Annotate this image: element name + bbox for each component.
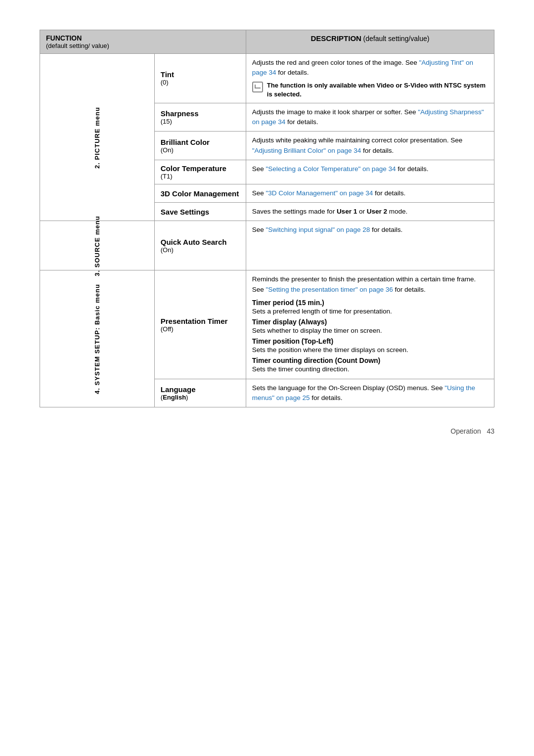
page-container: FUNCTION (default setting/ value) DESCRI… xyxy=(40,30,494,435)
3d-color-link[interactable]: "3D Color Management" on page 34 xyxy=(266,189,373,197)
timer-period-block: Timer period (15 min.) Sets a preferred … xyxy=(252,299,488,315)
quick-auto-search-name: Quick Auto Search xyxy=(161,238,240,246)
timer-display-text: Sets whether to display the timer on scr… xyxy=(252,327,488,334)
presentation-timer-default: (Off) xyxy=(161,325,240,333)
tint-name: Tint xyxy=(161,70,240,79)
color-temp-name: Color Temperature xyxy=(161,164,240,173)
presentation-timer-description-cell: Reminds the presenter to finish the pres… xyxy=(246,270,494,379)
page-footer: Operation 43 xyxy=(40,427,494,435)
tint-note-text: The function is only available when Vide… xyxy=(267,81,488,99)
timer-position-text: Sets the position where the timer displa… xyxy=(252,346,488,354)
timer-period-text: Sets a preferred length of time for pres… xyxy=(252,308,488,315)
source-menu-label-cell: 3. SOURCE menu xyxy=(40,221,155,270)
tint-description: Adjusts the red and green color tones of… xyxy=(252,58,488,78)
3d-color-description-cell: See "3D Color Management" on page 34 for… xyxy=(246,184,494,202)
color-temp-link[interactable]: "Selecting a Color Temperature" on page … xyxy=(266,165,396,173)
sharpness-default: (15) xyxy=(161,118,240,125)
brilliant-color-description-cell: Adjusts white peaking while maintaining … xyxy=(246,132,494,160)
language-default: (English) xyxy=(161,394,240,401)
sharpness-description-cell: Adjusts the image to make it look sharpe… xyxy=(246,103,494,132)
save-settings-description-cell: Saves the settings made for User 1 or Us… xyxy=(246,203,494,221)
brilliant-color-default: (On) xyxy=(161,146,240,154)
source-menu-label: 3. SOURCE menu xyxy=(93,216,101,276)
language-description: Sets the language for the On-Screen Disp… xyxy=(252,383,488,403)
tint-note-box: The function is only available when Vide… xyxy=(252,81,488,99)
header-description-sublabel: (default setting/value) xyxy=(363,35,430,43)
header-description-label: DESCRIPTION xyxy=(311,34,361,43)
3d-color-description: See "3D Color Management" on page 34 for… xyxy=(252,188,488,198)
tint-default: (0) xyxy=(161,79,240,86)
tint-description-cell: Adjusts the red and green color tones of… xyxy=(246,54,494,103)
3d-color-function-cell: 3D Color Management xyxy=(154,184,246,202)
timer-counting-heading: Timer counting direction (Count Down) xyxy=(252,356,488,364)
color-temp-function-cell: Color Temperature (T1) xyxy=(154,160,246,184)
quick-auto-search-description: See "Switching input signal" on page 28 … xyxy=(252,225,488,235)
brilliant-color-function-cell: Brilliant Color (On) xyxy=(154,132,246,160)
note-icon xyxy=(252,82,263,92)
picture-menu-label-cell: 2. PICTURE menu xyxy=(40,54,155,221)
save-settings-description: Saves the settings made for User 1 or Us… xyxy=(252,207,488,217)
quick-auto-search-description-cell: See "Switching input signal" on page 28 … xyxy=(246,221,494,270)
quick-auto-search-default: (On) xyxy=(161,246,240,254)
color-temp-default: (T1) xyxy=(161,173,240,180)
sharpness-function-cell: Sharpness (15) xyxy=(154,103,246,132)
sharpness-link[interactable]: "Adjusting Sharpness" on page 34 xyxy=(252,108,484,126)
system-menu-label: 4. SYSTEM SETUP: Basic menu xyxy=(93,284,101,394)
timer-position-heading: Timer position (Top-Left) xyxy=(252,337,488,345)
presentation-timer-intro: Reminds the presenter to finish the pres… xyxy=(252,274,488,295)
language-function-cell: Language (English) xyxy=(154,379,246,407)
language-link[interactable]: "Using the menus" on page 25 xyxy=(252,384,475,401)
language-description-cell: Sets the language for the On-Screen Disp… xyxy=(246,379,494,407)
timer-period-heading: Timer period (15 min.) xyxy=(252,299,488,307)
system-menu-label-cell: 4. SYSTEM SETUP: Basic menu xyxy=(40,270,155,407)
tint-link[interactable]: "Adjusting Tint" on page 34 xyxy=(252,59,473,76)
timer-display-heading: Timer display (Always) xyxy=(252,318,488,326)
footer-page-number: 43 xyxy=(487,427,494,435)
main-table: FUNCTION (default setting/ value) DESCRI… xyxy=(40,30,494,407)
presentation-timer-function-cell: Presentation Timer (Off) xyxy=(154,270,246,379)
brilliant-color-link[interactable]: "Adjusting Brilliant Color" on page 34 xyxy=(252,147,361,154)
table-row: 3. SOURCE menu Quick Auto Search (On) Se… xyxy=(40,221,494,270)
quick-auto-search-function-cell: Quick Auto Search (On) xyxy=(154,221,246,270)
language-name: Language xyxy=(161,385,240,394)
sharpness-name: Sharpness xyxy=(161,109,240,118)
save-settings-name: Save Settings xyxy=(161,208,240,216)
presentation-timer-link[interactable]: "Setting the presentation timer" on page… xyxy=(266,286,393,293)
color-temp-description-cell: See "Selecting a Color Temperature" on p… xyxy=(246,160,494,184)
tint-function-cell: Tint (0) xyxy=(154,54,246,103)
timer-position-block: Timer position (Top-Left) Sets the posit… xyxy=(252,337,488,354)
save-settings-function-cell: Save Settings xyxy=(154,203,246,221)
header-description-col: DESCRIPTION (default setting/value) xyxy=(246,30,494,54)
table-row: 2. PICTURE menu Tint (0) Adjusts the red… xyxy=(40,54,494,103)
brilliant-color-description: Adjusts white peaking while maintaining … xyxy=(252,135,488,156)
timer-counting-block: Timer counting direction (Count Down) Se… xyxy=(252,356,488,373)
header-function-label: FUNCTION xyxy=(46,34,82,42)
presentation-timer-name: Presentation Timer xyxy=(161,317,240,325)
sharpness-description: Adjusts the image to make it look sharpe… xyxy=(252,107,488,128)
color-temp-description: See "Selecting a Color Temperature" on p… xyxy=(252,164,488,174)
picture-menu-label: 2. PICTURE menu xyxy=(93,107,101,169)
quick-auto-search-link[interactable]: "Switching input signal" on page 28 xyxy=(266,226,370,233)
timer-display-block: Timer display (Always) Sets whether to d… xyxy=(252,318,488,334)
header-function-col: FUNCTION (default setting/ value) xyxy=(40,30,246,54)
brilliant-color-name: Brilliant Color xyxy=(161,138,240,146)
3d-color-name: 3D Color Management xyxy=(161,189,240,198)
table-row: 4. SYSTEM SETUP: Basic menu Presentation… xyxy=(40,270,494,379)
header-function-sublabel: (default setting/ value) xyxy=(46,42,109,49)
footer-label: Operation xyxy=(450,427,481,435)
timer-counting-text: Sets the timer counting direction. xyxy=(252,365,488,373)
